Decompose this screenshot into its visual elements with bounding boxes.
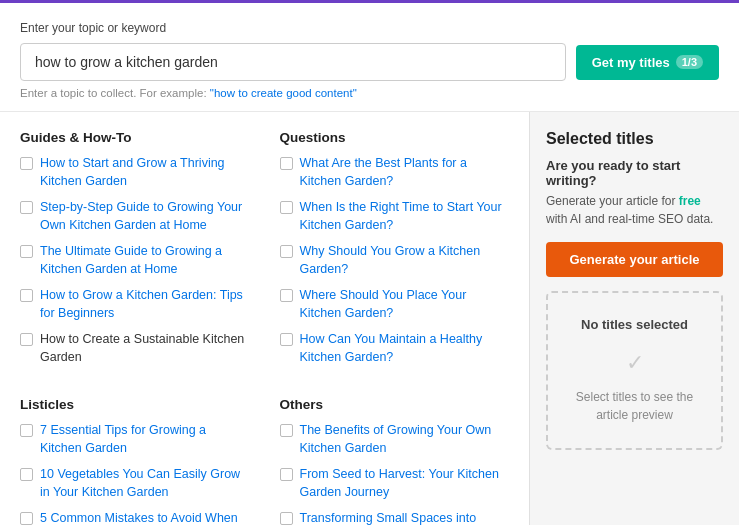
search-hint: Enter a topic to collect. For example: "… [20, 87, 719, 99]
sidebar-subtitle: Are you ready to start writing? [546, 158, 723, 188]
title-link-13[interactable]: 5 Common Mistakes to Avoid When Growing … [40, 510, 250, 525]
title-checkbox-9[interactable] [280, 289, 293, 302]
title-checkbox-12[interactable] [20, 468, 33, 481]
title-link-10[interactable]: How Can You Maintain a Healthy Kitchen G… [300, 331, 510, 366]
list-item: Where Should You Place Your Kitchen Gard… [280, 287, 510, 322]
list-item: How Can You Maintain a Healthy Kitchen G… [280, 331, 510, 366]
title-checkbox-4[interactable] [20, 289, 33, 302]
get-titles-button[interactable]: Get my titles 1/3 [576, 45, 719, 80]
title-link-16[interactable]: Transforming Small Spaces into Productiv… [300, 510, 510, 525]
no-titles-hint: Select titles to see the article preview [564, 388, 705, 424]
title-checkbox-7[interactable] [280, 201, 293, 214]
no-titles-label: No titles selected [564, 317, 705, 332]
title-text-5: How to Create a Sustainable Kitchen Gard… [40, 331, 250, 366]
list-item: 10 Vegetables You Can Easily Grow in You… [20, 466, 250, 501]
list-item: 5 Common Mistakes to Avoid When Growing … [20, 510, 250, 525]
title-link-12[interactable]: 10 Vegetables You Can Easily Grow in You… [40, 466, 250, 501]
title-checkbox-8[interactable] [280, 245, 293, 258]
list-item: How to Grow a Kitchen Garden: Tips for B… [20, 287, 250, 322]
title-link-8[interactable]: Why Should You Grow a Kitchen Garden? [300, 243, 510, 278]
list-item: Transforming Small Spaces into Productiv… [280, 510, 510, 525]
search-label: Enter your topic or keyword [20, 21, 719, 35]
list-item: How to Create a Sustainable Kitchen Gard… [20, 331, 250, 366]
title-link-2[interactable]: Step-by-Step Guide to Growing Your Own K… [40, 199, 250, 234]
title-checkbox-16[interactable] [280, 512, 293, 525]
list-item: How to Start and Grow a Thriving Kitchen… [20, 155, 250, 190]
title-link-15[interactable]: From Seed to Harvest: Your Kitchen Garde… [300, 466, 510, 501]
title-link-3[interactable]: The Ultimate Guide to Growing a Kitchen … [40, 243, 250, 278]
category-title-others: Others [280, 397, 510, 412]
list-item: When Is the Right Time to Start Your Kit… [280, 199, 510, 234]
title-link-11[interactable]: 7 Essential Tips for Growing a Kitchen G… [40, 422, 250, 457]
sidebar-desc: Generate your article for free with AI a… [546, 192, 723, 228]
categories-grid: Guides & How-To How to Start and Grow a … [20, 130, 509, 525]
search-section: Enter your topic or keyword Get my title… [0, 3, 739, 111]
list-item: Why Should You Grow a Kitchen Garden? [280, 243, 510, 278]
title-link-6[interactable]: What Are the Best Plants for a Kitchen G… [300, 155, 510, 190]
list-item: Step-by-Step Guide to Growing Your Own K… [20, 199, 250, 234]
title-checkbox-14[interactable] [280, 424, 293, 437]
category-guides: Guides & How-To How to Start and Grow a … [20, 130, 250, 375]
category-title-guides: Guides & How-To [20, 130, 250, 145]
list-item: What Are the Best Plants for a Kitchen G… [280, 155, 510, 190]
category-title-questions: Questions [280, 130, 510, 145]
titles-badge: 1/3 [676, 55, 703, 69]
checkmark-icon: ✓ [564, 350, 705, 376]
title-link-9[interactable]: Where Should You Place Your Kitchen Gard… [300, 287, 510, 322]
list-item: The Ultimate Guide to Growing a Kitchen … [20, 243, 250, 278]
list-item: From Seed to Harvest: Your Kitchen Garde… [280, 466, 510, 501]
title-checkbox-11[interactable] [20, 424, 33, 437]
sidebar-title: Selected titles [546, 130, 723, 148]
no-titles-box: No titles selected ✓ Select titles to se… [546, 291, 723, 450]
list-item: 7 Essential Tips for Growing a Kitchen G… [20, 422, 250, 457]
title-checkbox-15[interactable] [280, 468, 293, 481]
title-checkbox-2[interactable] [20, 201, 33, 214]
hint-link[interactable]: "how to create good content" [210, 87, 357, 99]
search-input[interactable] [20, 43, 566, 81]
title-checkbox-3[interactable] [20, 245, 33, 258]
title-checkbox-5[interactable] [20, 333, 33, 346]
sidebar: Selected titles Are you ready to start w… [529, 112, 739, 525]
category-questions: Questions What Are the Best Plants for a… [280, 130, 510, 375]
get-titles-label: Get my titles [592, 55, 670, 70]
title-checkbox-10[interactable] [280, 333, 293, 346]
free-text: free [679, 194, 701, 208]
title-link-4[interactable]: How to Grow a Kitchen Garden: Tips for B… [40, 287, 250, 322]
category-title-listicles: Listicles [20, 397, 250, 412]
content-area: Guides & How-To How to Start and Grow a … [0, 112, 529, 525]
generate-article-button[interactable]: Generate your article [546, 242, 723, 277]
list-item: The Benefits of Growing Your Own Kitchen… [280, 422, 510, 457]
category-listicles: Listicles 7 Essential Tips for Growing a… [20, 397, 250, 525]
title-link-7[interactable]: When Is the Right Time to Start Your Kit… [300, 199, 510, 234]
title-link-14[interactable]: The Benefits of Growing Your Own Kitchen… [300, 422, 510, 457]
category-others: Others The Benefits of Growing Your Own … [280, 397, 510, 525]
title-checkbox-6[interactable] [280, 157, 293, 170]
title-checkbox-1[interactable] [20, 157, 33, 170]
title-checkbox-13[interactable] [20, 512, 33, 525]
title-link-1[interactable]: How to Start and Grow a Thriving Kitchen… [40, 155, 250, 190]
